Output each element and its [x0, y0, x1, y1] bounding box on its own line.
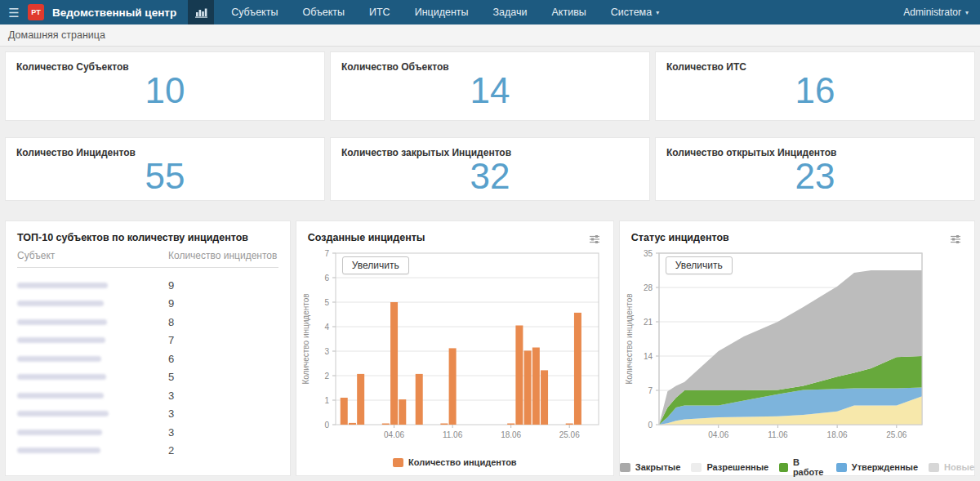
incident-status-legend: ЗакрытыеРазрешенныеВ работеУтвержденныеН…: [620, 457, 974, 477]
bar-chart-icon: [195, 7, 207, 18]
created-incidents-chart[interactable]: 0123456704.0611.0618.0625.06Количество и…: [300, 248, 610, 456]
bar[interactable]: [399, 399, 406, 425]
svg-text:Количество инцидентов: Количество инцидентов: [625, 293, 634, 384]
bar[interactable]: [515, 326, 523, 425]
chart-settings-icon[interactable]: [950, 233, 961, 247]
bar[interactable]: [507, 424, 514, 425]
redacted-subject-name: [17, 393, 104, 399]
app-logo-text: PT: [31, 8, 41, 16]
table-row[interactable]: 3: [17, 386, 278, 405]
svg-text:6: 6: [324, 274, 329, 283]
legend-marker: [620, 463, 630, 472]
incident-count: 8: [168, 316, 278, 328]
zoom-button[interactable]: Увеличить: [666, 256, 733, 274]
legend-item[interactable]: Разрешенные: [691, 457, 768, 477]
stat-card-value: 23: [666, 158, 964, 201]
redacted-subject-name: [17, 411, 109, 416]
legend-item[interactable]: Количество инцидентов: [393, 457, 517, 467]
redacted-subject-name: [17, 283, 108, 288]
table-row[interactable]: 7: [17, 332, 278, 350]
bar[interactable]: [532, 348, 540, 425]
incident-status-chart[interactable]: 071421283504.0611.0618.0625.06Количество…: [623, 248, 971, 456]
stat-card-value: 55: [16, 158, 314, 201]
nav-item-objects[interactable]: Объекты: [290, 0, 357, 24]
bar[interactable]: [416, 374, 423, 425]
table-row[interactable]: 9: [17, 295, 278, 314]
incident-count: 2: [168, 444, 278, 457]
legend-marker: [929, 463, 939, 472]
nav-item-dashboard[interactable]: [188, 0, 214, 24]
created-incidents-legend: Количество инцидентов: [296, 457, 613, 467]
redacted-subject-name: [17, 337, 105, 343]
nav-item-its[interactable]: ИТС: [357, 0, 403, 24]
table-row[interactable]: 6: [17, 350, 278, 368]
stat-cards-row-1: Количество Субъектов10Количество Объекто…: [5, 51, 975, 121]
legend-item[interactable]: Утвержденные: [836, 457, 918, 477]
menu-button[interactable]: ☰: [0, 0, 28, 24]
incident-count: 6: [168, 353, 278, 365]
incident-count: 3: [168, 408, 278, 420]
nav-item-system[interactable]: Система▾: [599, 0, 671, 24]
breadcrumb: Домашняя страница: [8, 29, 105, 41]
panels-row: ТОП-10 субъектов по количеству инциденто…: [5, 220, 975, 476]
incident-count: 3: [168, 390, 278, 402]
legend-item[interactable]: Новые: [929, 457, 974, 477]
svg-text:5: 5: [324, 298, 329, 307]
svg-text:28: 28: [644, 283, 653, 292]
bar[interactable]: [541, 370, 548, 425]
redacted-subject-name: [17, 301, 104, 306]
svg-text:3: 3: [324, 347, 329, 356]
stat-card-subjects-count: Количество Субъектов10: [5, 51, 325, 121]
table-row[interactable]: 9: [17, 276, 278, 295]
bar[interactable]: [566, 424, 573, 425]
nav-item-tasks[interactable]: Задачи: [481, 0, 540, 24]
zoom-button[interactable]: Увеличить: [342, 256, 409, 274]
nav-item-subjects[interactable]: Субъекты: [219, 0, 290, 24]
user-name: Administrator: [903, 7, 961, 18]
redacted-subject-name: [17, 374, 106, 380]
incident-count: 9: [168, 297, 278, 310]
legend-item[interactable]: В работе: [779, 457, 826, 477]
bar[interactable]: [440, 424, 448, 425]
nav-item-label: Объекты: [302, 7, 345, 18]
nav-item-label: ИТС: [369, 7, 390, 18]
table-row[interactable]: 2: [17, 442, 278, 461]
svg-text:18.06: 18.06: [501, 430, 521, 439]
top-subjects-title: ТОП-10 субъектов по количеству инциденто…: [6, 221, 290, 247]
table-row[interactable]: 3: [17, 405, 278, 424]
bar[interactable]: [357, 374, 364, 425]
chart-settings-icon[interactable]: [589, 233, 600, 247]
bar[interactable]: [382, 424, 390, 425]
nav-item-incidents[interactable]: Инциденты: [403, 0, 481, 24]
stat-card-incidents-count: Количество Инцидентов55: [5, 137, 325, 201]
user-menu[interactable]: Administrator ▾: [892, 0, 980, 24]
bar[interactable]: [448, 348, 456, 425]
column-header-subject: Субъект: [17, 250, 168, 261]
legend-item[interactable]: Закрытые: [620, 457, 681, 477]
bar[interactable]: [341, 398, 348, 425]
svg-text:11.06: 11.06: [768, 430, 788, 439]
bar[interactable]: [523, 350, 531, 425]
table-row[interactable]: 5: [17, 368, 278, 387]
nav-item-label: Система: [611, 7, 652, 18]
svg-text:04.06: 04.06: [384, 430, 404, 439]
bar[interactable]: [349, 423, 356, 425]
top-subjects-table: Субъект Количество инцидентов 9987653332: [6, 247, 290, 460]
table-row[interactable]: 8: [17, 313, 278, 332]
bar[interactable]: [390, 302, 398, 425]
area-chart-canvas[interactable]: 071421283504.0611.0618.0625.06Количество…: [623, 248, 933, 452]
bar[interactable]: [574, 313, 581, 425]
svg-text:0: 0: [648, 421, 653, 430]
chevron-down-icon: ▾: [656, 9, 659, 16]
bar-chart-canvas[interactable]: 0123456704.0611.0618.0625.06Количество и…: [300, 248, 610, 452]
stat-cards-row-2: Количество Инцидентов55Количество закрыт…: [5, 137, 975, 201]
nav-item-label: Активы: [552, 7, 586, 18]
table-row[interactable]: 3: [17, 423, 278, 442]
svg-text:Количество инцидентов: Количество инцидентов: [301, 293, 310, 384]
legend-label: Количество инцидентов: [408, 457, 517, 467]
nav-item-assets[interactable]: Активы: [540, 0, 599, 24]
stat-card-open-incidents-count: Количество открытых Инцидентов23: [655, 137, 975, 201]
redacted-subject-name: [17, 319, 107, 325]
legend-marker: [691, 463, 702, 472]
legend-marker: [836, 463, 847, 472]
